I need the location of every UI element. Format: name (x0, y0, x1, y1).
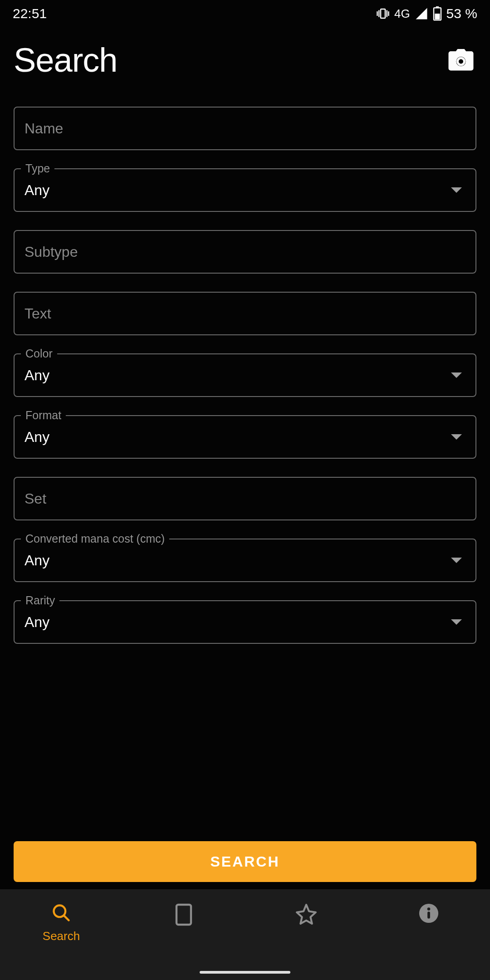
star-icon (295, 903, 318, 926)
svg-point-11 (427, 907, 431, 911)
search-form: Name Type Any Subtype Text Color Any For… (0, 93, 490, 657)
vibrate-icon (376, 7, 390, 20)
svg-rect-3 (435, 14, 440, 20)
nav-search[interactable]: Search (0, 889, 122, 980)
rarity-field-wrap: Rarity Any (14, 600, 476, 644)
name-placeholder: Name (24, 120, 63, 137)
page-title: Search (14, 41, 117, 79)
network-label: 4G (394, 7, 410, 21)
nav-search-label: Search (43, 929, 80, 943)
text-placeholder: Text (24, 305, 51, 322)
nav-info[interactable] (368, 889, 490, 980)
color-label: Color (21, 347, 57, 360)
home-indicator[interactable] (200, 971, 290, 974)
set-input[interactable]: Set (14, 477, 476, 520)
battery-icon (433, 6, 442, 21)
name-field-wrap: Name (14, 107, 476, 150)
type-field-wrap: Type Any (14, 168, 476, 212)
format-select[interactable]: Any (14, 415, 476, 459)
format-field-wrap: Format Any (14, 415, 476, 459)
header: Search (0, 27, 490, 93)
status-time: 22:51 (13, 6, 47, 21)
nav-cards[interactable] (122, 889, 245, 980)
rarity-label: Rarity (21, 594, 59, 607)
battery-percent: 53 % (446, 6, 477, 21)
subtype-placeholder: Subtype (24, 244, 78, 260)
type-value: Any (24, 182, 49, 199)
cmc-field-wrap: Converted mana cost (cmc) Any (14, 539, 476, 582)
info-icon (418, 903, 439, 924)
chevron-down-icon (451, 619, 462, 625)
subtype-field-wrap: Subtype (14, 230, 476, 274)
status-right: 4G 53 % (376, 6, 477, 21)
svg-line-7 (64, 916, 69, 921)
search-icon (51, 903, 71, 923)
search-button[interactable]: SEARCH (14, 841, 476, 882)
search-button-label: SEARCH (210, 853, 279, 870)
format-value: Any (24, 429, 49, 446)
bottom-nav: Search (0, 889, 490, 980)
status-bar: 22:51 4G 53 % (0, 0, 490, 27)
svg-rect-8 (176, 905, 191, 925)
type-select[interactable]: Any (14, 168, 476, 212)
name-input[interactable]: Name (14, 107, 476, 150)
chevron-down-icon (451, 558, 462, 563)
cmc-label: Converted mana cost (cmc) (21, 532, 169, 545)
color-select[interactable]: Any (14, 353, 476, 397)
subtype-input[interactable]: Subtype (14, 230, 476, 274)
camera-icon[interactable] (447, 48, 475, 73)
color-value: Any (24, 367, 49, 384)
text-input[interactable]: Text (14, 292, 476, 335)
format-label: Format (21, 409, 66, 422)
type-label: Type (21, 162, 54, 175)
set-placeholder: Set (24, 490, 46, 507)
chevron-down-icon (451, 434, 462, 440)
chevron-down-icon (451, 187, 462, 193)
chevron-down-icon (451, 372, 462, 378)
card-icon (174, 903, 194, 926)
color-field-wrap: Color Any (14, 353, 476, 397)
rarity-select[interactable]: Any (14, 600, 476, 644)
cmc-value: Any (24, 552, 49, 569)
set-field-wrap: Set (14, 477, 476, 520)
nav-favorites[interactable] (245, 889, 368, 980)
svg-rect-10 (427, 911, 430, 918)
svg-rect-0 (381, 9, 385, 18)
text-field-wrap: Text (14, 292, 476, 335)
rarity-value: Any (24, 614, 49, 631)
signal-icon (415, 7, 428, 20)
